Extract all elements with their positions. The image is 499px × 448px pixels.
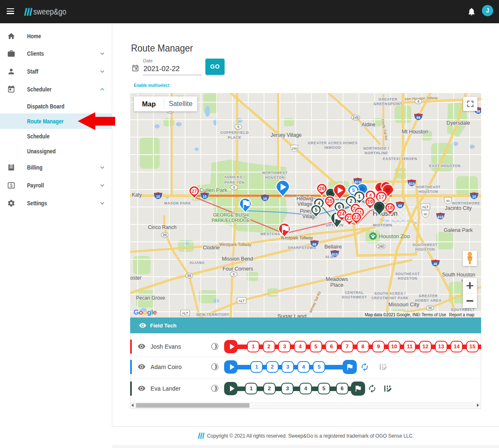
svg-text:26: 26 (319, 186, 325, 192)
svg-text:17: 17 (378, 194, 384, 200)
svg-text:Place: Place (330, 282, 343, 288)
svg-text:288: 288 (378, 244, 384, 249)
svg-text:ADDICKS /: ADDICKS / (224, 175, 245, 179)
svg-text:ALT: ALT (239, 299, 245, 303)
svg-text:GREENSPOINT: GREENSPOINT (373, 102, 403, 106)
svg-text:6: 6 (237, 125, 240, 129)
svg-text:SHARPSTOWN: SHARPSTOWN (288, 246, 316, 250)
svg-text:35: 35 (428, 306, 432, 310)
svg-text:Cullen Park: Cullen Park (199, 187, 227, 193)
svg-text:ALT: ALT (182, 311, 188, 315)
svg-text:EAST HOUSTON: EAST HOUSTON (429, 164, 461, 168)
svg-text:ALT: ALT (422, 205, 429, 209)
svg-text:GEORGE BUSH: GEORGE BUSH (213, 212, 249, 217)
svg-text:27: 27 (192, 189, 197, 194)
svg-text:PARK/ELDRIDGE: PARK/ELDRIDGE (212, 218, 250, 223)
svg-text:Village: Village (297, 201, 312, 207)
svg-text:1: 1 (358, 194, 361, 199)
svg-text:NORTHWEST: NORTHWEST (262, 171, 287, 175)
svg-text:ALIANA: ALIANA (190, 261, 205, 265)
svg-text:SOUTHBELT: SOUTHBELT (451, 308, 475, 312)
svg-text:HOUSTON: HOUSTON (418, 190, 438, 194)
svg-text:69: 69 (313, 243, 317, 246)
svg-text:CENTRAL: CENTRAL (345, 290, 364, 295)
svg-text:NORTHEAST: NORTHEAST (416, 185, 440, 189)
svg-text:6: 6 (233, 272, 235, 276)
svg-text:South Houston: South Houston (442, 272, 475, 278)
svg-text:Jersey Village: Jersey Village (271, 132, 302, 138)
svg-text:10: 10 (203, 195, 207, 199)
svg-text:COPPERFIELD: COPPERFIELD (220, 130, 249, 135)
svg-text:90: 90 (446, 199, 450, 203)
svg-text:Pecan Grove: Pecan Grove (136, 295, 165, 301)
svg-text:25: 25 (327, 198, 333, 204)
svg-text:99: 99 (187, 273, 191, 278)
svg-text:69: 69 (417, 116, 421, 120)
svg-text:SOUTHWEST: SOUTHWEST (413, 243, 438, 247)
svg-text:HOUSTON: HOUSTON (265, 175, 284, 180)
svg-text:610: 610 (437, 215, 443, 219)
svg-text:PLACE: PLACE (228, 135, 241, 140)
svg-text:NORTHSIDE /: NORTHSIDE / (363, 146, 389, 150)
svg-text:Westpark Tollway: Westpark Tollway (219, 242, 251, 247)
svg-text:Jacinto City: Jacinto City (445, 205, 472, 211)
svg-text:NORTHLINE: NORTHLINE (365, 151, 388, 155)
svg-text:GREATER ACRES HOMES: GREATER ACRES HOMES (308, 141, 358, 145)
svg-text:19: 19 (367, 199, 373, 205)
svg-text:24: 24 (339, 211, 345, 217)
svg-text:249: 249 (353, 116, 358, 120)
svg-text:Meadows: Meadows (326, 276, 348, 282)
svg-text:610: 610 (409, 182, 415, 186)
svg-text:GREATER: GREATER (419, 294, 438, 298)
svg-text:10: 10 (472, 195, 477, 199)
svg-text:INWOOD: INWOOD (324, 145, 341, 150)
svg-text:Mission Bend: Mission Bend (222, 256, 253, 262)
svg-text:5: 5 (315, 207, 318, 213)
svg-text:10: 10 (156, 195, 161, 199)
svg-text:Aldine: Aldine (361, 122, 375, 128)
svg-text:GREATER: GREATER (378, 97, 398, 101)
svg-text:EASTEX/ JENSEN: EASTEX/ JENSEN (383, 157, 417, 161)
svg-text:Houston Zoo: Houston Zoo (379, 233, 410, 239)
svg-text:8: 8 (417, 99, 420, 103)
svg-text:Hedwig: Hedwig (296, 196, 313, 202)
svg-text:$: $ (10, 183, 12, 188)
svg-text:WESTCHA: WESTCHA (260, 232, 280, 236)
svg-text:5: 5 (352, 187, 355, 193)
svg-text:NEW TERRITORY: NEW TERRITORY (196, 313, 230, 317)
svg-text:Bellaire: Bellaire (324, 244, 342, 250)
svg-text:610: 610 (355, 180, 361, 184)
svg-text:45: 45 (434, 262, 438, 266)
svg-text:HOUSTON: HOUSTON (415, 247, 435, 251)
svg-text:Westpark Tollway: Westpark Tollway (281, 236, 313, 240)
svg-text:SOUTHWEST: SOUTHWEST (342, 295, 367, 299)
svg-text:6: 6 (233, 185, 235, 190)
svg-text:HOUSTON: HOUSTON (398, 276, 417, 281)
svg-text:Galena Park: Galena Park (444, 227, 473, 233)
svg-text:Four Corners: Four Corners (222, 266, 253, 272)
svg-text:CRESTMONT PARK: CRESTMONT PARK (371, 296, 409, 300)
svg-text:SOUTHEAST: SOUTHEAST (395, 272, 420, 276)
svg-text:Katy: Katy (132, 192, 142, 198)
svg-text:Clodine: Clodine (203, 245, 220, 251)
svg-text:MASON PARK: MASON PARK (164, 201, 191, 205)
svg-text:69: 69 (398, 204, 403, 208)
svg-text:2: 2 (350, 198, 353, 204)
svg-text:NORTHSHORE: NORTHSHORE (452, 201, 480, 205)
svg-text:Mt Houston: Mt Houston (402, 129, 428, 135)
svg-text:PARK TEN: PARK TEN (225, 180, 245, 185)
svg-text:99: 99 (163, 233, 167, 237)
svg-text:Dyersdale: Dyersdale (447, 120, 470, 126)
svg-text:610: 610 (332, 253, 338, 256)
svg-text:290: 290 (292, 147, 298, 150)
svg-text:18: 18 (387, 205, 393, 211)
svg-text:22: 22 (353, 214, 359, 220)
svg-text:Cinco Ranch: Cinco Ranch (148, 224, 177, 230)
svg-text:HOBBY AREA: HOBBY AREA (415, 298, 442, 303)
svg-text:MIDTOWN: MIDTOWN (373, 223, 392, 227)
svg-text:Sugar Land: Sugar Land (277, 313, 306, 318)
svg-text:10: 10 (263, 197, 267, 201)
svg-text:Foster: Foster (130, 275, 141, 281)
svg-text:SOUTH ACRES /: SOUTH ACRES / (374, 291, 405, 295)
svg-text:90: 90 (424, 212, 427, 216)
